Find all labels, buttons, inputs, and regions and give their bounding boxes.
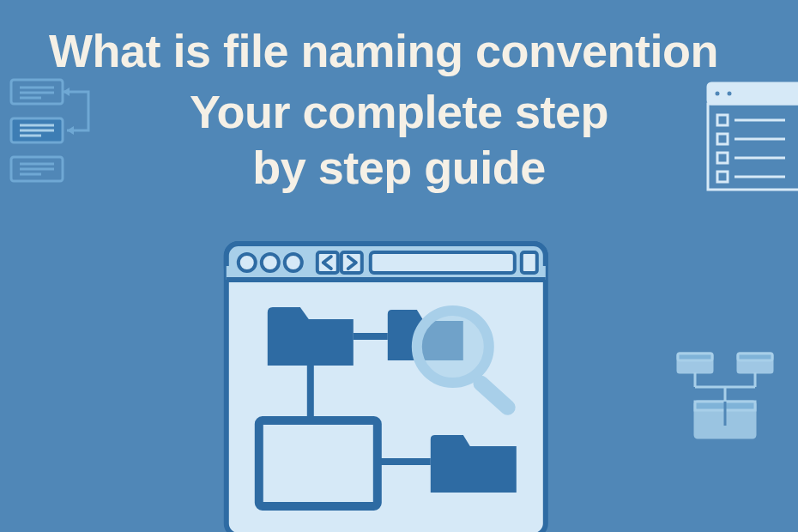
title-line-3: by step guide [0, 140, 798, 196]
flowchart-icon [7, 76, 118, 199]
svg-rect-29 [738, 354, 772, 360]
svg-point-42 [262, 254, 279, 271]
hierarchy-icon [671, 348, 783, 455]
svg-point-16 [726, 90, 733, 97]
svg-point-43 [285, 254, 302, 271]
svg-marker-12 [67, 126, 74, 135]
checklist-icon [704, 79, 798, 203]
svg-rect-27 [678, 354, 712, 360]
svg-rect-18 [717, 115, 728, 125]
title-line-2: Your complete step [0, 84, 798, 140]
svg-rect-44 [317, 252, 338, 273]
svg-rect-46 [371, 252, 515, 273]
svg-rect-20 [717, 134, 728, 144]
browser-window-illustration [223, 240, 549, 532]
svg-rect-22 [717, 153, 728, 163]
main-title: What is file naming convention Your comp… [0, 0, 798, 196]
svg-rect-24 [717, 172, 728, 182]
svg-point-41 [239, 254, 256, 271]
svg-point-15 [714, 90, 721, 97]
svg-rect-45 [342, 252, 362, 273]
title-line-1: What is file naming convention [0, 24, 783, 77]
svg-rect-47 [522, 252, 537, 273]
